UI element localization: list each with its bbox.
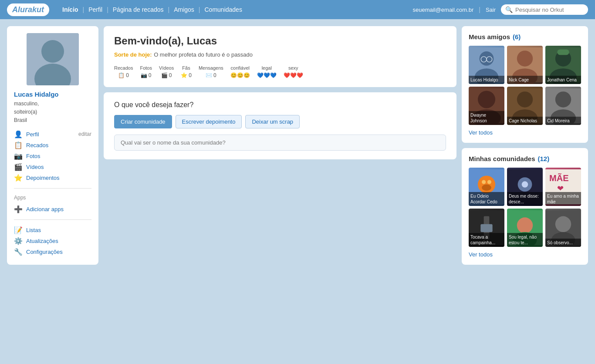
friend-label-nick: Nick Cage (507, 76, 543, 84)
svg-point-1 (41, 40, 64, 63)
communities-grid: Eu Odeio Acordar Cedo Deus me disse: des… (469, 168, 581, 247)
svg-point-28 (487, 180, 491, 184)
sidebar-item-add-apps[interactable]: ➕ Adicionar apps (14, 205, 91, 213)
listas-icon: 📝 (14, 226, 23, 234)
community-item-garfield[interactable]: Eu Odeio Acordar Cedo (469, 168, 504, 206)
nav-sair[interactable]: Sair (486, 7, 496, 13)
logo[interactable]: Alurakut (7, 3, 49, 16)
search-icon: 🔍 (505, 6, 513, 13)
welcome-card: Bem-vindo(a), Lucas Sorte de hoje: O mel… (104, 26, 456, 87)
friends-header: Meus amigos (6) (469, 33, 581, 40)
friend-label-dwayne: Dwayne Johnson (469, 111, 504, 125)
comm-label-deus: Deus me disse: desce... (507, 192, 543, 206)
friend-item-cage-nicholas[interactable]: Cage Nicholas (507, 87, 543, 125)
community-item-deus[interactable]: Deus me disse: desce... (507, 168, 543, 206)
community-item-legal[interactable]: Sou legal, não estou te... (507, 209, 543, 247)
svg-point-23 (555, 91, 571, 107)
center-panel: Bem-vindo(a), Lucas Sorte de hoje: O mel… (104, 26, 456, 265)
depoimentos-icon: ⭐ (14, 174, 23, 182)
svg-point-20 (517, 91, 533, 107)
friends-grid: Lucas Hidalgo Nick Cage (469, 46, 581, 125)
comm-label-garfield: Eu Odeio Acordar Cedo (469, 192, 504, 206)
community-item-mae[interactable]: MÃE ❤ Eu amo a minha mãe (545, 168, 581, 206)
nav-right: seuemail@email.com.br | Sair 🔍 (413, 4, 588, 15)
sexy-hearts: ❤️❤️❤️ (284, 72, 303, 78)
add-apps-icon: ➕ (14, 205, 23, 213)
sidebar-item-fotos[interactable]: 📷 Fotos (14, 152, 91, 160)
svg-text:MÃE: MÃE (549, 173, 569, 183)
friend-item-nick[interactable]: Nick Cage (507, 46, 543, 84)
sidebar-item-listas[interactable]: 📝 Listas (14, 226, 91, 234)
nav-recados[interactable]: Página de recados (108, 6, 168, 13)
logo-text: Alurakut (12, 5, 44, 14)
deixar-scrap-button[interactable]: Deixar um scrap (245, 115, 300, 128)
svg-point-43 (555, 216, 571, 232)
friends-card: Meus amigos (6) Lucas Hidalgo (462, 26, 588, 143)
sidebar-item-atualizacoes[interactable]: ⚙️ Atualizações (14, 237, 91, 245)
comm-label-mae: Eu amo a minha mãe (545, 192, 581, 206)
search-input[interactable] (515, 7, 584, 13)
community-name-input[interactable] (114, 135, 446, 151)
sidebar-menu: 👤 Perfil editar 📋 Recados 📷 Fotos (14, 130, 91, 256)
communities-count: (12) (538, 155, 550, 162)
nav-perfil[interactable]: Perfil (84, 6, 107, 13)
svg-rect-15 (557, 49, 569, 55)
friends-count: (6) (513, 33, 521, 40)
recados-icon: 📋 (14, 141, 23, 149)
sidebar-divider-1 (14, 188, 91, 189)
actions-card: O que você deseja fazer? Criar comunidad… (104, 92, 456, 159)
sidebar-item-perfil[interactable]: 👤 Perfil editar (14, 130, 91, 138)
sorte-row: Sorte de hoje: O melhor profeta do futur… (114, 51, 446, 58)
comm-label-campainha: Tocava a campainha... (469, 233, 504, 247)
perfil-icon: 👤 (14, 130, 23, 138)
sidebar-item-depoimentos[interactable]: ⭐ Depoimentos (14, 174, 91, 182)
community-item-observo[interactable]: Só observo... (545, 209, 581, 247)
svg-rect-38 (480, 224, 492, 232)
friend-label-jonathan: Jonathan Cena (545, 76, 581, 84)
fotos-icon: 📷 (14, 152, 23, 160)
sidebar-item-videos[interactable]: 🎬 Vídeos (14, 163, 91, 171)
friend-item-dwayne[interactable]: Dwayne Johnson (469, 87, 504, 125)
svg-point-29 (482, 185, 491, 191)
friend-label-cid: Cid Moreira (545, 117, 581, 125)
friend-item-cid[interactable]: Cid Moreira (545, 87, 581, 125)
sidebar-item-configuracoes[interactable]: 🔧 Configurações (14, 248, 91, 256)
nav-comunidades[interactable]: Comunidades (200, 6, 247, 13)
main-layout: Lucas Hidalgo masculino, solteiro(a) Bra… (0, 19, 595, 272)
stat-recados: Recados 📋0 (114, 65, 133, 78)
sidebar-perfil-label: Perfil (26, 131, 39, 138)
avatar (27, 33, 79, 85)
avatar-area (14, 33, 91, 85)
escrever-depoimento-button[interactable]: Escrever depoimento (176, 115, 242, 128)
sorte-text: O melhor profeta do futuro é o passado (154, 51, 253, 58)
sidebar-edit-label[interactable]: editar (78, 131, 91, 137)
svg-point-17 (478, 91, 495, 108)
user-name: Lucas Hidalgo (14, 91, 91, 98)
communities-ver-todos[interactable]: Ver todos (469, 251, 581, 258)
friends-title: Meus amigos (469, 33, 510, 40)
criar-comunidade-button[interactable]: Criar comunidade (114, 115, 172, 128)
community-item-campainha[interactable]: Tocava a campainha... (469, 209, 504, 247)
comm-label-legal: Sou legal, não estou te... (507, 233, 543, 247)
stat-legal: legal 💙💙💙 (257, 65, 277, 78)
nav-amigos[interactable]: Amigos (169, 6, 199, 13)
friend-item-lucas[interactable]: Lucas Hidalgo (469, 46, 504, 84)
actions-title: O que você deseja fazer? (114, 101, 446, 109)
nav-inicio[interactable]: Início (58, 6, 83, 13)
stat-sexy: sexy ❤️❤️❤️ (284, 65, 303, 78)
sidebar-item-recados[interactable]: 📋 Recados (14, 141, 91, 149)
stat-mensagens: Mensagens ✉️0 (199, 65, 223, 78)
stat-videos: Vídeos 🎬0 (159, 65, 174, 78)
nav-links: Início | Perfil | Página de recados | Am… (58, 6, 247, 13)
action-buttons: Criar comunidade Escrever depoimento Dei… (114, 115, 446, 128)
friend-item-jonathan[interactable]: Jonathan Cena (545, 46, 581, 84)
svg-point-10 (517, 51, 533, 66)
communities-title: Minhas comunidades (469, 155, 535, 162)
right-panel: Meus amigos (6) Lucas Hidalgo (462, 26, 588, 265)
stat-fotos: Fotos 📷0 (140, 65, 152, 78)
communities-card: Minhas comunidades (12) Eu Odeio Acordar… (462, 148, 588, 265)
welcome-title: Bem-vindo(a), Lucas (114, 35, 446, 47)
comm-label-observo: Só observo... (545, 239, 581, 247)
friends-ver-todos[interactable]: Ver todos (469, 129, 581, 136)
communities-header: Minhas comunidades (12) (469, 155, 581, 162)
